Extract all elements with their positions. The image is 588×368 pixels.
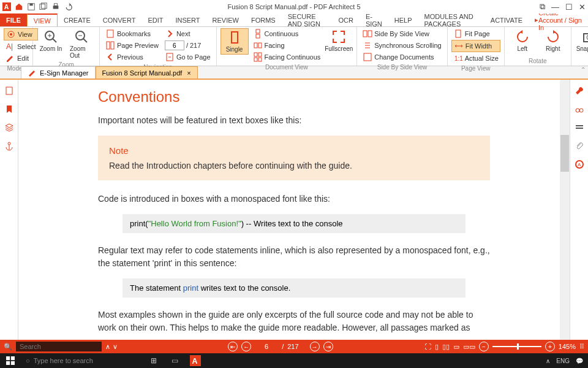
last-page-icon[interactable]: ⇥ (323, 342, 333, 351)
nav-bookmarks[interactable]: Bookmarks (104, 28, 160, 39)
maximize-icon[interactable]: ☐ (565, 2, 573, 12)
fit-width[interactable]: Fit Width (451, 40, 500, 52)
nav-goto[interactable]: Go to Page (163, 52, 213, 63)
sbs-sync[interactable]: Synchronous Scrolling (361, 40, 443, 51)
zoom-in-button[interactable]: Zoom In (37, 28, 65, 53)
first-page-icon[interactable]: ⇤ (228, 342, 238, 351)
sbs-view[interactable]: Side By Side View (361, 28, 443, 39)
menu-create[interactable]: CREATE (58, 13, 97, 26)
document-canvas[interactable]: Conventions Important notes will be feat… (18, 80, 570, 340)
menu-convert[interactable]: CONVERT (97, 13, 142, 26)
view-facing[interactable]: Facing (251, 40, 323, 51)
menu-view[interactable]: VIEW (27, 13, 58, 26)
menu-forms[interactable]: FORMS (245, 13, 282, 26)
prev-page-icon[interactable]: ← (241, 342, 251, 351)
menu-file[interactable]: FILE (0, 13, 27, 26)
nav-pagepreview[interactable]: Page Preview (104, 40, 160, 51)
windows-start-icon[interactable] (0, 353, 21, 368)
svg-text:A: A (578, 162, 581, 167)
view-fullscreen[interactable]: Fullscreen (325, 28, 353, 53)
nav-page-input[interactable]: / 217 (163, 40, 213, 51)
nav-next[interactable]: Next (163, 28, 213, 39)
account-link[interactable]: ▸ Create Account / Sign In (529, 13, 588, 26)
tray-up-icon[interactable]: ∧ (546, 358, 550, 364)
sbs-change[interactable]: Change Documents (361, 52, 443, 63)
undo-icon[interactable] (64, 2, 72, 11)
svg-rect-27 (254, 53, 257, 56)
binoculars-icon[interactable] (575, 104, 584, 114)
menu-ocr[interactable]: OCR (332, 13, 359, 26)
zoom-in-status-icon[interactable]: + (545, 342, 555, 351)
tray-notification-icon[interactable]: 💬 (576, 358, 583, 364)
zoom-slider[interactable] (492, 346, 541, 347)
minimize-icon[interactable]: — (551, 2, 559, 12)
attachment-icon[interactable] (575, 141, 584, 151)
tools-icon[interactable] (575, 86, 584, 96)
facing-status-icon[interactable]: ▭ (453, 343, 459, 351)
print-icon[interactable] (51, 2, 60, 11)
new-window-icon[interactable]: ⧉ (540, 2, 545, 12)
taskbar-app-1[interactable]: ▭ (164, 353, 185, 368)
view-continuous[interactable]: Continuous (251, 28, 323, 39)
rotate-left[interactable]: Left (508, 28, 537, 53)
svg-rect-30 (258, 58, 262, 61)
snapshot-button[interactable]: Snapshot (575, 28, 588, 53)
fit-page[interactable]: Fit Page (451, 28, 500, 39)
facing-cont-status-icon[interactable]: ▭▭ (463, 343, 475, 351)
continuous-status-icon[interactable]: ▯▯ (442, 343, 450, 351)
save-all-icon[interactable] (39, 2, 48, 11)
menu-modules[interactable]: MODULES AND PACKAGES (418, 13, 484, 26)
menu-help[interactable]: HELP (388, 13, 418, 26)
tab-document[interactable]: Fusion 8 Script Manual.pdf× (96, 66, 198, 79)
tab-esign-manager[interactable]: E-Sign Manager (21, 66, 96, 79)
note-box: Note Read the Introduction chapters befo… (98, 136, 490, 180)
rotate-right[interactable]: Right (539, 28, 567, 53)
layers-icon[interactable] (4, 123, 14, 132)
view-single[interactable]: Single (221, 28, 249, 55)
close-icon[interactable]: ✕ (579, 2, 586, 12)
search-input[interactable] (16, 342, 102, 351)
zoom-menu-icon[interactable]: ⠿ (579, 343, 584, 351)
search-prev-icon[interactable]: ∧ (105, 343, 110, 351)
tray-lang[interactable]: ENG (556, 358, 570, 364)
left-sidebar (0, 80, 18, 340)
scrollbar-thumb[interactable] (560, 135, 569, 172)
status-page: 6 (255, 343, 278, 350)
tab-close-icon[interactable]: × (187, 69, 190, 77)
menu-secure[interactable]: SECURE AND SIGN (282, 13, 333, 26)
task-view-icon[interactable]: ⊞ (143, 353, 164, 368)
vertical-scrollbar[interactable] (560, 80, 570, 340)
next-page-icon[interactable]: → (310, 342, 320, 351)
single-view-status-icon[interactable]: ▯ (435, 343, 439, 351)
thumbnails-icon[interactable] (4, 86, 14, 96)
zoom-out-button[interactable]: Zoom Out (67, 28, 96, 60)
more-icon[interactable] (575, 123, 584, 132)
note-heading: Note (109, 145, 479, 156)
app-logo-icon: A (2, 2, 11, 11)
svg-rect-32 (368, 31, 372, 37)
search-next-icon[interactable]: ∨ (113, 343, 118, 351)
svg-rect-20 (111, 42, 114, 49)
svg-rect-55 (11, 361, 15, 365)
menu-activate[interactable]: ACTIVATE (484, 13, 529, 26)
menu-esign[interactable]: E-SIGN (360, 13, 388, 26)
ribbon-collapse-icon[interactable]: ⌃ (581, 66, 586, 73)
home-icon[interactable] (15, 2, 23, 11)
nav-previous[interactable]: Previous (104, 52, 160, 63)
svg-point-47 (579, 109, 583, 112)
bookmarks-panel-icon[interactable] (4, 104, 14, 114)
search-icon: 🔍 (0, 343, 12, 351)
save-icon[interactable] (27, 2, 36, 11)
taskbar-app-pdfa[interactable]: A (185, 353, 206, 368)
menu-edit[interactable]: EDIT (141, 13, 169, 26)
anchor-icon[interactable] (4, 141, 14, 151)
page-number-input[interactable] (165, 40, 184, 50)
menu-review[interactable]: REVIEW (206, 13, 245, 26)
stamp-icon[interactable]: A (575, 159, 584, 169)
menu-insert[interactable]: INSERT (169, 13, 206, 26)
view-facingcont[interactable]: Facing Continuous (251, 52, 323, 63)
zoom-out-status-icon[interactable]: − (479, 342, 489, 351)
fullscreen-status-icon[interactable]: ⛶ (424, 343, 431, 350)
taskbar-search[interactable]: ○Type here to search (21, 357, 143, 364)
actual-size[interactable]: 1:1Actual Size (451, 53, 500, 64)
